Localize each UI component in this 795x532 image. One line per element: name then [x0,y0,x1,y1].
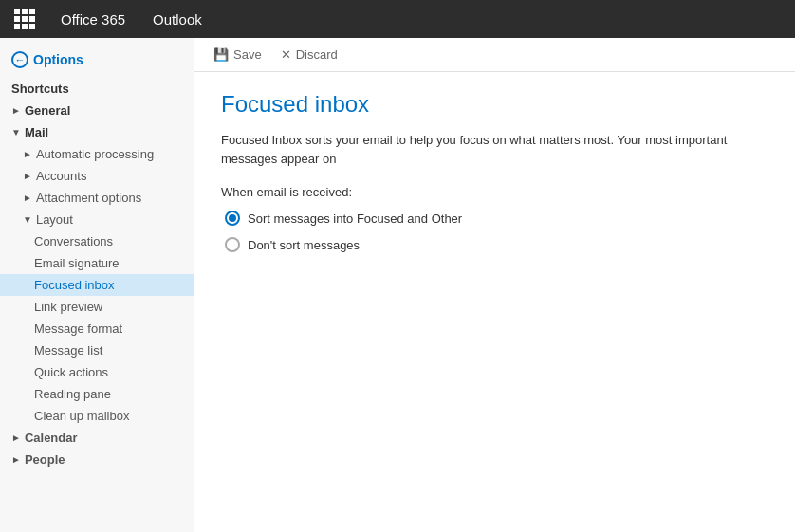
sidebar-item-mail[interactable]: ▼ Mail [0,121,194,143]
general-arrow-icon: ► [11,105,21,116]
app-name: Office 365 [47,0,139,38]
sidebar-item-reading-pane[interactable]: Reading pane [0,383,194,405]
layout-label: Layout [36,212,73,227]
sidebar-item-clean-up-mailbox[interactable]: Clean up mailbox [0,405,194,427]
general-label: General [25,103,70,118]
radio-sort-focused-indicator [225,211,240,226]
sidebar-item-conversations[interactable]: Conversations [0,230,194,252]
waffle-icon [14,9,35,29]
discard-icon: ✕ [281,47,291,62]
page-title: Focused inbox [221,91,768,118]
calendar-label: Calendar [25,431,78,445]
mail-label: Mail [25,125,48,139]
discard-label: Discard [296,47,338,62]
option-sort-focused-label: Sort messages into Focused and Other [248,211,462,226]
option-dont-sort[interactable]: Don't sort messages [225,237,768,252]
auto-label: Automatic processing [36,147,154,161]
mail-arrow-icon: ▼ [11,127,21,138]
discard-button[interactable]: ✕ Discard [281,47,338,62]
sidebar-item-email-signature[interactable]: Email signature [0,252,194,274]
main-content: 💾 Save ✕ Discard Focused inbox Focused I… [194,38,795,532]
sidebar-item-shortcuts[interactable]: Shortcuts [0,78,194,100]
sidebar-item-layout[interactable]: ▼ Layout [0,209,194,230]
option-dont-sort-label: Don't sort messages [248,238,360,252]
sidebar-item-message-list[interactable]: Message list [0,339,194,361]
back-arrow-icon: ← [11,51,28,68]
waffle-button[interactable] [9,4,40,34]
calendar-arrow-icon: ► [11,432,21,443]
toolbar: 💾 Save ✕ Discard [194,38,795,72]
app-title: Outlook [139,0,215,38]
attach-label: Attachment options [36,191,141,205]
when-received-label: When email is received: [221,185,768,199]
sidebar-item-calendar[interactable]: ► Calendar [0,427,194,449]
page-description: Focused Inbox sorts your email to help y… [221,131,768,168]
accounts-arrow-icon: ► [23,171,32,181]
auto-arrow-icon: ► [23,149,32,159]
people-label: People [25,452,65,467]
topbar: Office 365 Outlook [0,0,795,38]
sidebar-item-accounts[interactable]: ► Accounts [0,165,194,187]
sidebar-item-quick-actions[interactable]: Quick actions [0,361,194,383]
people-arrow-icon: ► [11,454,21,465]
layout-arrow-icon: ▼ [23,214,32,225]
sidebar: ← Options Shortcuts ► General ▼ Mail ► A… [0,38,194,532]
main-layout: ← Options Shortcuts ► General ▼ Mail ► A… [0,38,795,532]
sidebar-item-message-format[interactable]: Message format [0,318,194,339]
sort-options: Sort messages into Focused and Other Don… [225,211,768,252]
accounts-label: Accounts [36,169,86,183]
save-icon: 💾 [213,47,229,62]
sidebar-item-general[interactable]: ► General [0,100,194,121]
radio-dont-sort-indicator [225,237,240,252]
option-sort-focused[interactable]: Sort messages into Focused and Other [225,211,768,226]
attach-arrow-icon: ► [23,193,32,203]
save-button[interactable]: 💾 Save [213,47,262,62]
shortcuts-label: Shortcuts [11,82,69,96]
sidebar-item-people[interactable]: ► People [0,449,194,470]
back-link[interactable]: ← Options [0,47,194,78]
sidebar-item-focused-inbox[interactable]: Focused inbox [0,274,194,296]
save-label: Save [233,47,262,62]
sidebar-item-attachment-options[interactable]: ► Attachment options [0,187,194,209]
sidebar-item-automatic-processing[interactable]: ► Automatic processing [0,143,194,165]
back-label: Options [33,52,83,67]
sidebar-item-link-preview[interactable]: Link preview [0,296,194,318]
content-area: Focused inbox Focused Inbox sorts your e… [194,72,795,271]
